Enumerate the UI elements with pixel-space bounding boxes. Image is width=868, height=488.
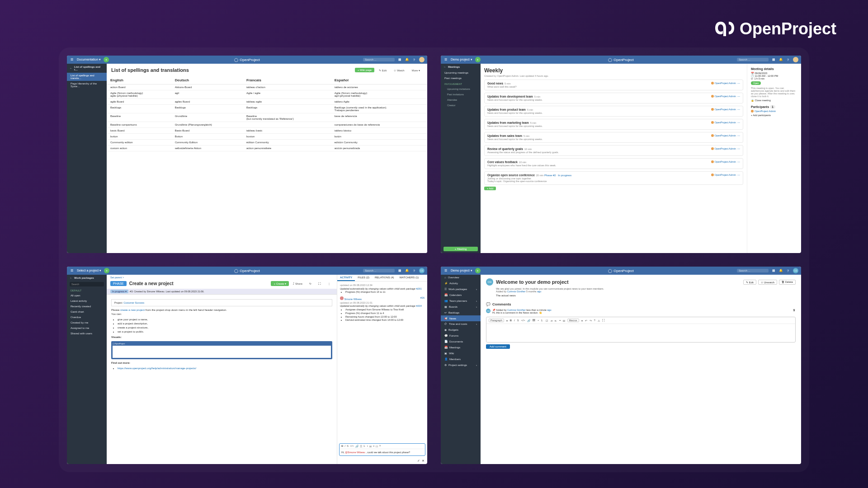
sidebar-item[interactable]: ⚙Project settings›: [441, 362, 481, 368]
help-link[interactable]: https://www.openproject.org/help/adminis…: [118, 367, 196, 370]
search-input[interactable]: Search ...: [737, 58, 769, 61]
project-field[interactable]: Project: Customer Success: [111, 299, 332, 306]
sidebar-item[interactable]: 📅Calendars: [441, 292, 481, 298]
sidebar-item[interactable]: 📅Meetings: [441, 344, 481, 350]
menu-icon[interactable]: ☰: [443, 269, 448, 272]
sidebar-item[interactable]: 👥Team planners›: [441, 298, 481, 304]
project-selector[interactable]: Demo project ▾: [448, 269, 475, 272]
unwatch-button[interactable]: ✩ Unwatch: [758, 280, 777, 285]
sidebar-item[interactable]: 💬Forums: [441, 333, 481, 338]
sidebar-item[interactable]: Latest activity: [67, 298, 107, 304]
bell-icon[interactable]: 🔔: [405, 269, 409, 272]
help-icon[interactable]: ?: [786, 58, 790, 61]
create-button[interactable]: + Create ▾: [271, 281, 289, 286]
add-participants[interactable]: + Add participants: [751, 114, 797, 117]
add-button[interactable]: +: [475, 268, 481, 273]
refresh-icon[interactable]: ↻: [307, 281, 314, 286]
sidebar-item[interactable]: Assigned to me: [67, 325, 107, 331]
sidebar-header[interactable]: ← Meetings: [441, 64, 481, 70]
sidebar-item[interactable]: Created by me: [67, 320, 107, 325]
sidebar-item[interactable]: Attendee: [441, 97, 481, 103]
editor-textarea[interactable]: [486, 324, 795, 342]
sidebar-item[interactable]: ⌂Overview: [441, 275, 481, 280]
tab-files[interactable]: FILES (2): [355, 275, 372, 281]
avatar[interactable]: [793, 57, 798, 62]
avatar[interactable]: CG: [419, 268, 425, 273]
new-meeting-button[interactable]: + Meeting: [443, 247, 478, 251]
confirm-icon[interactable]: ✓: [417, 459, 420, 463]
more-button[interactable]: More ▾: [409, 68, 423, 73]
help-icon[interactable]: ?: [786, 269, 790, 272]
sidebar-item[interactable]: ☰Work packages›: [441, 286, 481, 292]
grid-icon[interactable]: ▦: [771, 58, 776, 61]
sidebar-header[interactable]: ← Work packages: [67, 275, 107, 281]
sidebar-item[interactable]: List of spellings and transla…: [67, 73, 107, 81]
bell-icon[interactable]: 🔔: [778, 58, 783, 61]
sidebar-item[interactable]: 👤Members: [441, 356, 481, 362]
delete-comment-icon[interactable]: 🗑: [793, 309, 796, 311]
edit-button[interactable]: ✎ Edit: [376, 68, 389, 73]
menu-icon[interactable]: ☰: [443, 58, 448, 61]
avatar[interactable]: [419, 57, 425, 62]
agenda-item[interactable]: Updates from development team5 minNews a…: [484, 93, 743, 103]
avatar[interactable]: CG: [793, 268, 798, 273]
sidebar-item[interactable]: Overdue: [67, 314, 107, 320]
sidebar-item[interactable]: Past invitations: [441, 92, 481, 97]
add-button[interactable]: +: [104, 268, 109, 273]
wiki-page-button[interactable]: + Wiki page: [355, 68, 375, 72]
comment-editor[interactable]: Paragraph▾ BIS</>🔗🖼•1.☑⇥⇤❝⊞ Macros▾ ↶↷?⚠…: [486, 317, 796, 343]
grid-icon[interactable]: ▦: [397, 58, 402, 61]
bell-icon[interactable]: 🔔: [778, 269, 783, 272]
search-input[interactable]: Search ...: [363, 269, 395, 272]
tab-activity[interactable]: ACTIVITY: [337, 275, 355, 281]
delete-button[interactable]: 🗑 Delete: [779, 280, 796, 285]
editor-toolbar[interactable]: BIS</>🔗☰1.•⊞❝⊡?: [340, 444, 425, 449]
help-icon[interactable]: ?: [412, 269, 416, 272]
sidebar-item[interactable]: All open: [67, 293, 107, 298]
agenda-item[interactable]: Good news5 minWhat went well this week?O…: [484, 80, 743, 90]
sidebar-item[interactable]: Past meetings: [441, 75, 481, 81]
sidebar-item[interactable]: Upcoming meetings: [441, 70, 481, 75]
edit-button[interactable]: ✎ Edit: [743, 280, 756, 285]
sidebar-item[interactable]: Gantt chart: [67, 309, 107, 314]
add-button[interactable]: +: [475, 57, 481, 62]
fullscreen-icon[interactable]: ⛶: [316, 282, 324, 286]
bell-icon[interactable]: 🔔: [405, 58, 409, 61]
agenda-item[interactable]: Updates from marketing team5 minNews and…: [484, 119, 743, 130]
tab-watchers[interactable]: WATCHERS (1): [397, 275, 422, 281]
sidebar-search[interactable]: Search: [70, 282, 104, 286]
menu-icon[interactable]: ☰: [70, 269, 74, 272]
sidebar-item[interactable]: ▦Boards›: [441, 304, 481, 310]
sidebar-item[interactable]: ▣Wiki: [441, 350, 481, 356]
comment-editor[interactable]: BIS</>🔗☰1.•⊞❝⊡? Hi, @Simone Wibeau , cou…: [339, 443, 425, 456]
share-button[interactable]: ⤴ Share: [290, 282, 305, 286]
tab-relations[interactable]: RELATIONS (4): [372, 275, 397, 281]
watch-button[interactable]: ✩ Watch: [391, 68, 407, 73]
help-icon[interactable]: ?: [412, 58, 416, 61]
sidebar-item[interactable]: Upcoming invitations: [441, 86, 481, 92]
agenda-item[interactable]: Updates from product team5 minNews and f…: [484, 106, 743, 117]
add-button[interactable]: +: [104, 57, 109, 62]
editor-toolbar[interactable]: Paragraph▾ BIS</>🔗🖼•1.☑⇥⇤❝⊞ Macros▾ ↶↷?⚠…: [486, 317, 795, 324]
agenda-item[interactable]: Review of quarterly goals10 minAssessing…: [484, 145, 743, 156]
comment-text[interactable]: Hi, @Simone Wibeau , could we talk about…: [340, 449, 425, 455]
search-input[interactable]: Search ...: [737, 269, 769, 272]
close-meeting[interactable]: 🔒 Close meeting: [751, 99, 797, 102]
sidebar-item[interactable]: Creator: [441, 103, 481, 108]
agenda-item[interactable]: Updates from sales team5 minNews and foc…: [484, 132, 743, 143]
sidebar-item[interactable]: 📄Documents: [441, 338, 481, 344]
sidebar-header[interactable]: ← List of spellings and t…: [67, 64, 107, 73]
add-comment-button[interactable]: Add comment: [486, 344, 510, 349]
project-selector[interactable]: Select a project ▾: [74, 269, 104, 272]
sidebar-item[interactable]: Recently created: [67, 304, 107, 309]
sidebar-item[interactable]: Shared with users: [67, 331, 107, 336]
sidebar-item[interactable]: ◉Budgets: [441, 327, 481, 333]
sidebar-item[interactable]: 📢News: [441, 315, 481, 321]
grid-icon[interactable]: ▦: [771, 269, 776, 272]
grid-icon[interactable]: ▦: [397, 269, 402, 272]
sidebar-item[interactable]: Page Hierarchy of the Syste…: [67, 81, 107, 89]
sidebar-item[interactable]: ⚡Activity: [441, 280, 481, 286]
status-badge[interactable]: In progress ▾: [110, 290, 128, 293]
project-selector[interactable]: Demo project ▾: [448, 58, 475, 61]
sidebar-item[interactable]: ⏱Time and costs›: [441, 321, 481, 327]
